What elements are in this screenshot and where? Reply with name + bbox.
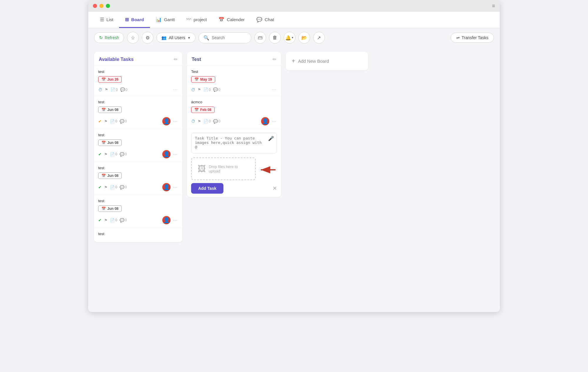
table-row: test 📅 Jun 08 ✔ ⚑ 📄 0 💬 bbox=[94, 162, 182, 195]
maximize-button[interactable] bbox=[106, 4, 110, 8]
comment-icon: 💬 bbox=[213, 87, 218, 92]
drop-zone[interactable]: 🖼 Drop files here to upload bbox=[191, 157, 256, 180]
task-title: Test bbox=[191, 69, 277, 74]
transfer-label: Transfer Tasks bbox=[462, 35, 488, 40]
board-content: Available Tasks ✏ test 📅 Jun 26 ⏱ ⚑ 📄 bbox=[88, 47, 500, 312]
date-badge[interactable]: 📅 Jun 08 bbox=[98, 172, 122, 179]
task-title: test bbox=[98, 232, 178, 236]
flag-icon[interactable]: ⚑ bbox=[104, 152, 108, 157]
close-button[interactable] bbox=[93, 4, 97, 8]
star-icon: ☆ bbox=[131, 35, 135, 41]
comment-icon: 💬 bbox=[213, 119, 218, 124]
task-title: test bbox=[98, 100, 178, 104]
calendar-icon: 📅 bbox=[101, 77, 106, 82]
flag-icon[interactable]: ⚑ bbox=[198, 119, 201, 124]
file-icon: 📄 bbox=[110, 185, 115, 190]
table-row: test 📅 Jun 08 ✔ ⚑ 📄 0 💬 bbox=[94, 129, 182, 162]
transfer-tasks-button[interactable]: ⇌ Transfer Tasks bbox=[451, 33, 494, 43]
all-users-button[interactable]: 👥 All Users ▼ bbox=[156, 33, 196, 43]
date-badge[interactable]: 📅 May 19 bbox=[191, 76, 215, 83]
refresh-button[interactable]: ↻ Refresh bbox=[94, 32, 124, 43]
edit-column-icon[interactable]: ✏ bbox=[174, 57, 178, 62]
clock-icon[interactable]: ⏱ bbox=[98, 87, 102, 92]
more-options-icon[interactable]: ⋯ bbox=[272, 87, 277, 92]
more-options-icon[interactable]: ⋯ bbox=[173, 119, 178, 124]
tab-project[interactable]: 〰 project bbox=[181, 12, 213, 28]
tab-board[interactable]: ⊞ Board bbox=[119, 12, 150, 28]
task-meta: ✔ ⚑ 📄 0 💬 0 👤 ⋯ bbox=[98, 216, 178, 224]
calendar-icon: 📅 bbox=[101, 174, 106, 178]
check-icon[interactable]: ✔ bbox=[98, 119, 102, 124]
cancel-task-button[interactable]: ✕ bbox=[273, 185, 277, 192]
flag-icon[interactable]: ⚑ bbox=[104, 119, 108, 124]
archive-icon: 🗃 bbox=[258, 35, 263, 40]
check-icon[interactable]: ✔ bbox=[98, 218, 102, 222]
bell-icon: 🔔 bbox=[285, 35, 291, 41]
search-box[interactable]: 🔍 bbox=[198, 32, 251, 43]
more-options-icon[interactable]: ⋯ bbox=[173, 185, 178, 190]
tab-list[interactable]: ☰ List bbox=[94, 12, 119, 28]
add-task-actions: Add Task ✕ bbox=[191, 183, 277, 194]
tab-gantt[interactable]: 📊 Gantt bbox=[150, 12, 181, 28]
task-meta: ✔ ⚑ 📄 0 💬 0 👤 ⋯ bbox=[98, 117, 178, 125]
project-icon: 〰 bbox=[186, 17, 191, 22]
date-badge[interactable]: 📅 Jun 08 bbox=[98, 140, 122, 146]
more-options-icon[interactable]: ⋯ bbox=[173, 152, 178, 157]
toolbar: ↻ Refresh ☆ ⚙ 👥 All Users ▼ 🔍 🗃 🗑 🔔 ▼ bbox=[88, 28, 500, 47]
notification-chevron: ▼ bbox=[291, 36, 294, 39]
minimize-button[interactable] bbox=[99, 4, 103, 8]
available-tasks-header: Available Tasks ✏ bbox=[94, 52, 182, 66]
more-options-icon[interactable]: ⋯ bbox=[173, 87, 178, 92]
star-button[interactable]: ☆ bbox=[127, 32, 139, 44]
tab-list-label: List bbox=[106, 17, 113, 22]
calender-icon: 📅 bbox=[218, 17, 224, 22]
table-row: test 📅 Jun 08 ✔ ⚑ 📄 0 💬 bbox=[94, 195, 182, 228]
nav-tabs: ☰ List ⊞ Board 📊 Gantt 〰 project 📅 Calen… bbox=[88, 12, 500, 28]
date-badge[interactable]: 📅 Jun 08 bbox=[98, 205, 122, 212]
microphone-icon[interactable]: 🎤 bbox=[268, 136, 274, 141]
export-button[interactable]: ↗ bbox=[313, 32, 325, 44]
clock-icon[interactable]: ⏱ bbox=[191, 87, 195, 92]
date-badge[interactable]: 📅 Feb 08 bbox=[191, 107, 215, 113]
clock-icon[interactable]: ⏱ bbox=[191, 119, 195, 124]
tab-chat[interactable]: 💬 Chat bbox=[250, 12, 280, 28]
file-icon: 📄 bbox=[203, 87, 208, 92]
task-title-input-wrapper: 🎤 bbox=[191, 133, 277, 155]
hamburger-menu-icon[interactable]: ≡ bbox=[492, 3, 495, 9]
file-icon: 📄 bbox=[110, 119, 115, 124]
users-icon: 👥 bbox=[161, 35, 166, 40]
delete-button[interactable]: 🗑 bbox=[269, 32, 281, 44]
edit-test-column-icon[interactable]: ✏ bbox=[273, 57, 276, 62]
drop-zone-label: Drop files here to upload bbox=[209, 165, 249, 173]
all-users-label: All Users bbox=[169, 35, 185, 40]
search-input[interactable] bbox=[212, 35, 246, 40]
settings-button[interactable]: ⚙ bbox=[142, 32, 153, 44]
task-title-input[interactable] bbox=[191, 133, 277, 153]
tab-calender-label: Calender bbox=[227, 17, 245, 22]
flag-icon[interactable]: ⚑ bbox=[105, 87, 108, 92]
archive-button[interactable]: 🗃 bbox=[254, 32, 266, 44]
avatar: 👤 bbox=[162, 150, 171, 158]
flag-icon[interactable]: ⚑ bbox=[198, 87, 201, 92]
notification-button[interactable]: 🔔 ▼ bbox=[284, 32, 295, 44]
task-meta: ⏱ ⚑ 📄 0 💬 0 ⋯ bbox=[191, 87, 277, 92]
comment-icon: 💬 bbox=[120, 218, 124, 222]
folder-button[interactable]: 📂 bbox=[298, 32, 310, 44]
check-icon[interactable]: ✔ bbox=[98, 185, 102, 190]
add-task-button[interactable]: Add Task bbox=[191, 183, 223, 194]
tab-calender[interactable]: 📅 Calender bbox=[213, 12, 250, 28]
flag-icon[interactable]: ⚑ bbox=[104, 185, 108, 190]
check-icon[interactable]: ✔ bbox=[98, 152, 102, 157]
transfer-icon: ⇌ bbox=[456, 35, 460, 40]
tab-board-label: Board bbox=[131, 17, 144, 22]
table-row: test 📅 Jun 08 ✔ ⚑ 📄 0 💬 bbox=[94, 96, 182, 129]
more-options-icon[interactable]: ⋯ bbox=[272, 119, 277, 124]
test-column-title: Test bbox=[192, 57, 201, 62]
flag-icon[interactable]: ⚑ bbox=[104, 218, 108, 222]
add-new-board-button[interactable]: + Add New Board bbox=[292, 58, 362, 64]
date-badge[interactable]: 📅 Jun 26 bbox=[98, 76, 122, 83]
more-options-icon[interactable]: ⋯ bbox=[173, 217, 178, 223]
gantt-icon: 📊 bbox=[156, 17, 162, 22]
date-badge[interactable]: 📅 Jun 08 bbox=[98, 107, 122, 113]
add-new-board-panel[interactable]: + Add New Board bbox=[286, 52, 368, 70]
